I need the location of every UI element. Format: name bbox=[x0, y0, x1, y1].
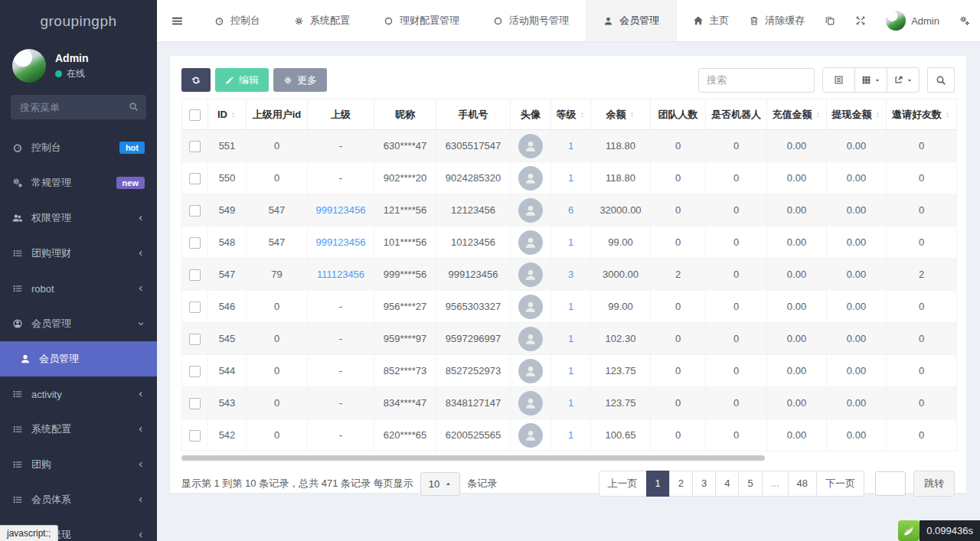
edit-button[interactable]: 编辑 bbox=[215, 68, 269, 92]
row-checkbox[interactable] bbox=[189, 173, 201, 184]
row-checkbox[interactable] bbox=[189, 269, 201, 281]
cell-id: 551 bbox=[208, 130, 247, 162]
level-link[interactable]: 1 bbox=[568, 333, 573, 344]
sidebar-item-robot[interactable]: robot bbox=[0, 271, 157, 306]
pagination-page-5[interactable]: 5 bbox=[738, 471, 762, 497]
level-link[interactable]: 1 bbox=[568, 365, 573, 376]
cell-id: 544 bbox=[208, 355, 247, 387]
level-link[interactable]: 1 bbox=[568, 236, 573, 248]
pagination-prev[interactable]: 上一页 bbox=[599, 471, 647, 497]
cell-level: 6 bbox=[551, 194, 591, 227]
cell-phone: 9024285320 bbox=[436, 162, 511, 194]
fullscreen-button[interactable] bbox=[845, 0, 876, 41]
pagination-next[interactable]: 下一页 bbox=[816, 471, 864, 497]
sidebar-item-group-finance[interactable]: 团购理财 bbox=[0, 236, 157, 271]
pagination-page-48[interactable]: 48 bbox=[788, 471, 817, 497]
level-link[interactable]: 1 bbox=[568, 429, 573, 441]
menu-toggle-button[interactable] bbox=[157, 0, 198, 41]
sidebar-item-activity[interactable]: activity bbox=[0, 376, 157, 412]
pagination-page-1[interactable]: 1 bbox=[646, 471, 670, 497]
user-avatar[interactable] bbox=[12, 49, 46, 83]
table-view-buttons bbox=[822, 67, 920, 93]
admin-dropdown[interactable]: Admin bbox=[876, 0, 949, 41]
level-link[interactable]: 1 bbox=[568, 397, 573, 409]
cell-withdraw-amount: 0.00 bbox=[827, 130, 887, 162]
home-link[interactable]: 主页 bbox=[683, 0, 739, 41]
sidebar-item-groupbuy[interactable]: 团购 bbox=[0, 447, 157, 482]
cell-phone: 999123456 bbox=[436, 259, 511, 291]
column-header-等级[interactable]: 等级 bbox=[551, 99, 591, 130]
columns-button[interactable] bbox=[854, 67, 887, 93]
cell-is-robot: 0 bbox=[706, 419, 767, 451]
tab-dashboard[interactable]: 控制台 bbox=[198, 0, 277, 41]
pagination-page-4[interactable]: 4 bbox=[715, 471, 739, 497]
level-link[interactable]: 3 bbox=[568, 269, 573, 280]
copy-button[interactable] bbox=[815, 0, 845, 41]
cell-parent: 999123456 bbox=[308, 227, 374, 259]
cell-nickname: 956****27 bbox=[374, 291, 436, 323]
level-link[interactable]: 6 bbox=[568, 204, 573, 216]
horizontal-scrollbar[interactable] bbox=[181, 455, 765, 461]
sidebar-item-dashboard[interactable]: 控制台hot bbox=[0, 130, 157, 165]
column-header-提现金额[interactable]: 提现金额 bbox=[827, 99, 887, 130]
tab-finance-config[interactable]: 理财配置管理 bbox=[367, 0, 476, 41]
page-size-select[interactable]: 10 bbox=[420, 472, 460, 496]
select-all-checkbox[interactable] bbox=[189, 109, 201, 121]
more-button[interactable]: 更多 bbox=[273, 68, 327, 92]
table-search-input[interactable] bbox=[698, 68, 815, 93]
refresh-button[interactable] bbox=[181, 68, 211, 92]
pagination-page-3[interactable]: 3 bbox=[692, 471, 716, 497]
cell-level: 1 bbox=[551, 355, 591, 387]
column-header-邀请好友数[interactable]: 邀请好友数 bbox=[887, 99, 957, 130]
sidebar-item-member-system[interactable]: 会员体系 bbox=[0, 482, 157, 517]
level-link[interactable]: 1 bbox=[568, 140, 573, 152]
cell-team-count: 0 bbox=[651, 419, 706, 451]
sort-icon bbox=[815, 110, 822, 119]
row-checkbox[interactable] bbox=[189, 141, 201, 152]
sidebar-item-member[interactable]: 会员管理 bbox=[0, 306, 157, 341]
page-jump-button[interactable]: 跳转 bbox=[913, 471, 955, 497]
row-checkbox[interactable] bbox=[189, 398, 201, 409]
cell-withdraw-amount: 0.00 bbox=[827, 162, 887, 194]
detail-view-button[interactable] bbox=[822, 67, 855, 93]
row-checkbox[interactable] bbox=[189, 301, 201, 313]
parent-user-link[interactable]: 111123456 bbox=[317, 269, 364, 280]
cell-invite-count: 0 bbox=[887, 162, 957, 194]
cell-avatar bbox=[511, 355, 551, 387]
search-button[interactable] bbox=[927, 67, 955, 93]
column-header-余额[interactable]: 余额 bbox=[591, 99, 651, 130]
tab-member[interactable]: 会员管理 bbox=[586, 0, 677, 41]
parent-user-link[interactable]: 999123456 bbox=[315, 204, 365, 216]
pagination-page-2[interactable]: 2 bbox=[669, 471, 693, 497]
member-table: ID上级用户id上级昵称手机号头像等级余额团队人数是否机器人充值金额提现金额邀请… bbox=[181, 99, 957, 451]
sidebar-item-member-list[interactable]: 会员管理 bbox=[0, 341, 157, 376]
tab-system-config[interactable]: 系统配置 bbox=[277, 0, 367, 41]
column-header-ID[interactable]: ID bbox=[208, 99, 247, 130]
topbar-right: 主页 清除缓存 Admin bbox=[683, 0, 980, 41]
sidebar-item-system-config[interactable]: 系统配置 bbox=[0, 412, 157, 447]
level-link[interactable]: 1 bbox=[568, 301, 573, 312]
parent-user-link[interactable]: 999123456 bbox=[315, 236, 365, 248]
cell-level: 1 bbox=[551, 323, 591, 355]
clear-cache-link[interactable]: 清除缓存 bbox=[739, 0, 815, 41]
hamburger-icon bbox=[171, 15, 184, 28]
column-header-充值金额[interactable]: 充值金额 bbox=[767, 99, 827, 130]
export-button[interactable] bbox=[887, 67, 920, 93]
row-checkbox[interactable] bbox=[189, 334, 201, 345]
row-checkbox[interactable] bbox=[189, 205, 201, 217]
menu-search-input[interactable] bbox=[11, 95, 146, 119]
cell-recharge-amount: 0.00 bbox=[767, 419, 827, 451]
table-row: 5510-630****4763055175471118.80000.000.0… bbox=[182, 130, 957, 162]
row-checkbox[interactable] bbox=[189, 430, 201, 442]
sidebar-item-auth[interactable]: 权限管理 bbox=[0, 200, 157, 236]
row-checkbox[interactable] bbox=[189, 366, 201, 377]
sidebar-item-general[interactable]: 常规管理new bbox=[0, 165, 157, 200]
tab-activity-period[interactable]: 活动期号管理 bbox=[476, 0, 586, 41]
row-checkbox[interactable] bbox=[189, 237, 201, 249]
settings-button[interactable] bbox=[949, 0, 980, 41]
exec-time-badge: 0.099436s bbox=[898, 520, 980, 541]
level-link[interactable]: 1 bbox=[568, 172, 573, 184]
cell-nickname: 999****56 bbox=[374, 259, 436, 291]
column-label: 余额 bbox=[606, 109, 626, 120]
page-jump-input[interactable] bbox=[875, 471, 906, 496]
